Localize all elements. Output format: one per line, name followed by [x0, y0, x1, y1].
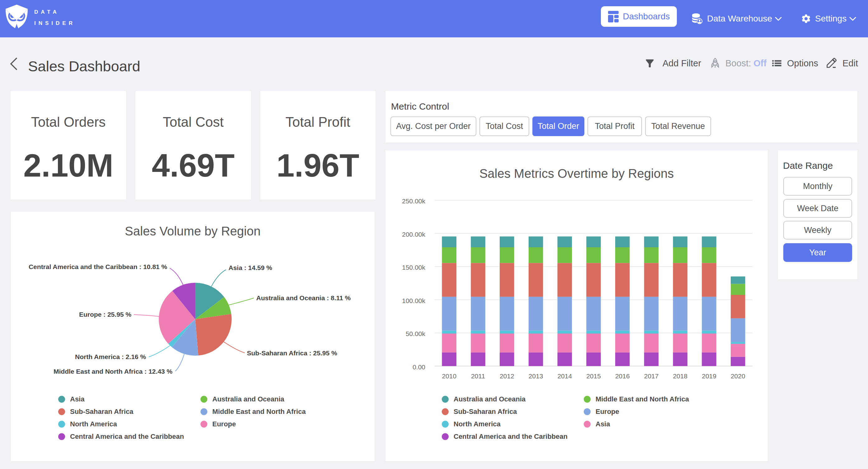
svg-text:50.00k: 50.00k	[406, 330, 426, 337]
svg-text:2017: 2017	[644, 373, 659, 380]
svg-text:2015: 2015	[586, 373, 601, 380]
svg-text:2014: 2014	[557, 373, 572, 380]
svg-text:0.00: 0.00	[412, 363, 425, 371]
svg-text:150.00k: 150.00k	[402, 264, 425, 271]
svg-text:200.00k: 200.00k	[402, 231, 425, 238]
svg-text:2019: 2019	[702, 373, 716, 380]
svg-text:100.00k: 100.00k	[402, 297, 425, 304]
svg-text:2020: 2020	[731, 373, 745, 380]
svg-text:2013: 2013	[529, 373, 543, 380]
svg-text:250.00k: 250.00k	[402, 198, 425, 205]
svg-text:2012: 2012	[500, 373, 514, 380]
svg-text:2011: 2011	[471, 373, 485, 380]
svg-text:2018: 2018	[673, 373, 687, 380]
svg-text:2016: 2016	[615, 373, 630, 380]
svg-text:2010: 2010	[442, 373, 457, 380]
